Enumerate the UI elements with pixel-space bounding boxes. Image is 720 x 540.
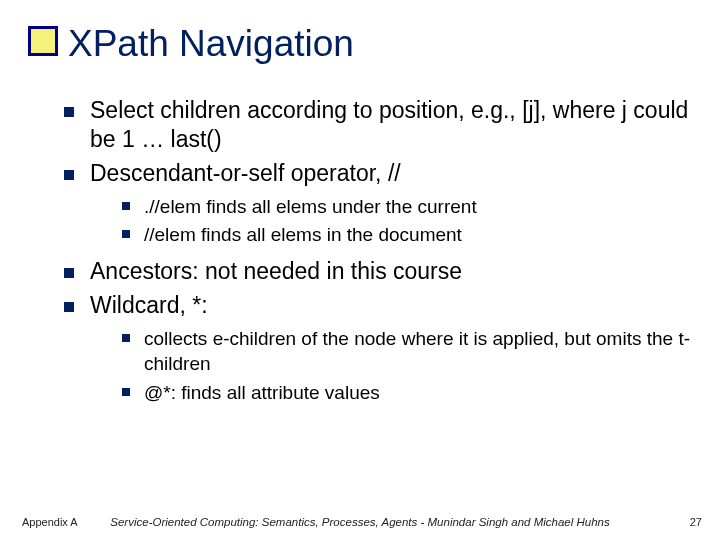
bullet-text: Descendant-or-self operator, // <box>90 160 401 186</box>
content-area: Select children according to position, e… <box>62 96 694 415</box>
bullet-item: Ancestors: not needed in this course <box>62 257 694 286</box>
sub-bullet-item: .//elem finds all elems under the curren… <box>120 194 694 219</box>
bullet-item: Wildcard, *: collects e-children of the … <box>62 291 694 405</box>
title-row: XPath Navigation <box>28 14 700 74</box>
bullet-item: Select children according to position, e… <box>62 96 694 155</box>
sub-bullet-item: @*: finds all attribute values <box>120 380 694 405</box>
bullet-list: Select children according to position, e… <box>62 96 694 405</box>
title-bullet-box <box>28 26 58 56</box>
sub-bullet-item: //elem finds all elems in the document <box>120 222 694 247</box>
footer: Appendix A Service-Oriented Computing: S… <box>0 516 720 528</box>
page-number: 27 <box>690 516 702 528</box>
sub-bullet-list: collects e-children of the node where it… <box>90 326 694 404</box>
sub-bullet-list: .//elem finds all elems under the curren… <box>90 194 694 247</box>
footer-center: Service-Oriented Computing: Semantics, P… <box>0 516 720 528</box>
sub-bullet-item: collects e-children of the node where it… <box>120 326 694 376</box>
slide: XPath Navigation Select children accordi… <box>0 0 720 540</box>
bullet-item: Descendant-or-self operator, // .//elem … <box>62 159 694 248</box>
footer-left: Appendix A <box>22 516 78 528</box>
bullet-text: Wildcard, *: <box>90 292 208 318</box>
slide-title: XPath Navigation <box>68 23 354 65</box>
